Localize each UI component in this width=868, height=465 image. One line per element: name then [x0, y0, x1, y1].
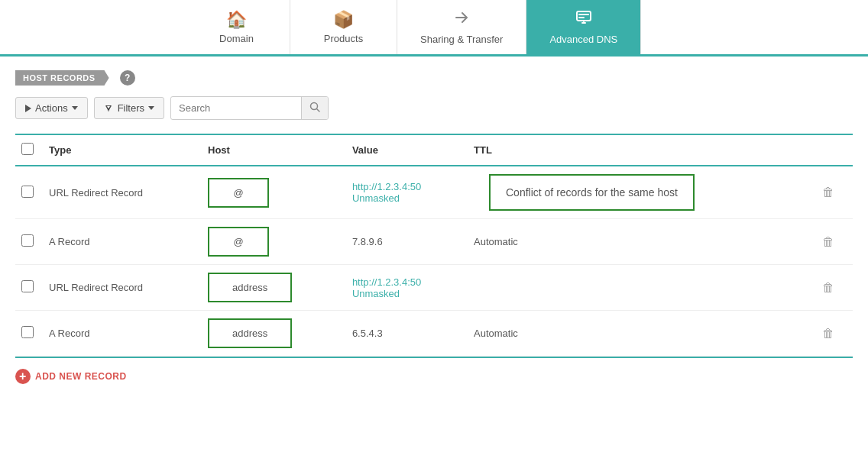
row3-value-cell: http://1.2.3.4:50 Unmasked — [346, 265, 468, 311]
row2-checkbox-cell — [15, 219, 43, 265]
tab-domain[interactable]: 🏠 Domain — [183, 0, 290, 54]
svg-rect-3 — [581, 22, 586, 24]
row1-delete-cell: 🗑 — [816, 166, 853, 219]
section-header: HOST RECORDS ? — [15, 70, 853, 86]
row3-checkbox-cell — [15, 265, 43, 311]
svg-rect-0 — [577, 11, 591, 21]
col-value-header: Value — [346, 134, 468, 166]
col-ttl-header: TTL — [468, 134, 816, 166]
toolbar: Actions ⛛ Filters — [15, 96, 853, 120]
col-type-header: Type — [43, 134, 202, 166]
filters-chevron-icon — [148, 106, 154, 110]
table-row: URL Redirect Record address http://1.2.3… — [15, 265, 853, 311]
dns-records-table: Type Host Value TTL URL Redirect Record … — [15, 134, 853, 357]
row2-ttl: Automatic — [468, 219, 816, 265]
svg-rect-4 — [583, 21, 585, 22]
plus-circle-icon: + — [15, 369, 31, 384]
domain-icon: 🏠 — [226, 10, 247, 30]
search-button[interactable] — [301, 97, 328, 119]
table-header-row: Type Host Value TTL — [15, 134, 853, 166]
add-record-row: + ADD NEW RECORD — [15, 357, 853, 395]
products-icon: 📦 — [333, 10, 354, 30]
sharing-icon — [453, 9, 470, 31]
table-row: A Record @ 7.8.9.6 Automatic 🗑 — [15, 219, 853, 265]
advanced-dns-icon — [575, 9, 592, 31]
row4-host-cell: address — [202, 311, 346, 357]
actions-play-icon — [25, 105, 31, 112]
col-checkbox — [15, 134, 43, 166]
row1-host-box: @ — [208, 178, 269, 208]
row3-checkbox[interactable] — [21, 280, 34, 292]
row1-host-cell: @ — [202, 166, 346, 219]
actions-chevron-icon — [72, 106, 78, 110]
row4-delete-icon[interactable]: 🗑 — [822, 327, 834, 340]
tab-sharing-label: Sharing & Transfer — [420, 34, 503, 45]
nav-spacer — [0, 0, 183, 54]
row3-value-unmasked: Unmasked — [352, 288, 400, 299]
search-input[interactable] — [171, 98, 301, 118]
row3-host-cell: address — [202, 265, 346, 311]
row2-value: 7.8.9.6 — [352, 236, 383, 247]
row4-host-box: address — [208, 318, 292, 348]
row1-delete-icon[interactable]: 🗑 — [822, 186, 834, 199]
row2-type: A Record — [43, 219, 202, 265]
select-all-checkbox[interactable] — [21, 143, 34, 155]
row4-delete-cell: 🗑 — [816, 311, 853, 357]
row2-delete-icon[interactable]: 🗑 — [822, 235, 834, 248]
svg-line-6 — [317, 109, 320, 112]
row3-delete-icon[interactable]: 🗑 — [822, 281, 834, 294]
row4-ttl: Automatic — [468, 311, 816, 357]
add-record-label: ADD NEW RECORD — [35, 371, 127, 382]
row1-value-link[interactable]: http://1.2.3.4:50 — [352, 181, 421, 192]
search-box — [170, 96, 329, 120]
row2-checkbox[interactable] — [21, 234, 34, 247]
host-records-badge: HOST RECORDS — [15, 70, 109, 86]
main-content: HOST RECORDS ? Actions ⛛ Filters — [0, 57, 868, 408]
row1-checkbox-cell — [15, 166, 43, 219]
row4-checkbox-cell — [15, 311, 43, 357]
row3-value-link[interactable]: http://1.2.3.4:50 — [352, 276, 421, 288]
add-new-record-button[interactable]: + ADD NEW RECORD — [15, 369, 127, 384]
help-icon[interactable]: ? — [120, 70, 135, 86]
row2-host-cell: @ — [202, 219, 346, 265]
row3-host-box: address — [208, 273, 292, 302]
row2-host-box: @ — [208, 227, 269, 257]
row2-value-cell: 7.8.9.6 — [346, 219, 468, 265]
svg-rect-2 — [578, 17, 585, 18]
col-host-header: Host — [202, 134, 346, 166]
search-icon — [309, 102, 320, 112]
row4-value: 6.5.4.3 — [352, 328, 383, 339]
filters-button[interactable]: ⛛ Filters — [94, 97, 164, 119]
filters-label: Filters — [118, 102, 144, 114]
row4-value-cell: 6.5.4.3 — [346, 311, 468, 357]
table-row: A Record address 6.5.4.3 Automatic 🗑 — [15, 311, 853, 357]
row1-checkbox[interactable] — [21, 186, 34, 198]
row2-delete-cell: 🗑 — [816, 219, 853, 265]
col-actions-header — [816, 134, 853, 166]
tab-advanced-dns-label: Advanced DNS — [549, 34, 617, 45]
conflict-tooltip: Conflict of records for the same host — [489, 174, 695, 211]
actions-label: Actions — [35, 102, 68, 114]
row3-ttl — [468, 265, 816, 311]
tab-domain-label: Domain — [219, 33, 254, 44]
row4-type: A Record — [43, 311, 202, 357]
tab-advanced-dns[interactable]: Advanced DNS — [526, 0, 641, 54]
top-navigation: 🏠 Domain 📦 Products Sharing & Transfer A… — [0, 0, 868, 57]
table-row: URL Redirect Record @ http://1.2.3.4:50 … — [15, 166, 853, 219]
actions-button[interactable]: Actions — [15, 97, 88, 119]
tab-products[interactable]: 📦 Products — [290, 0, 397, 54]
tab-sharing[interactable]: Sharing & Transfer — [397, 0, 526, 54]
row1-value-cell: http://1.2.3.4:50 Unmasked — [346, 166, 468, 219]
svg-rect-1 — [578, 14, 589, 15]
tab-products-label: Products — [324, 33, 363, 44]
row4-checkbox[interactable] — [21, 326, 34, 338]
filters-funnel-icon: ⛛ — [104, 102, 114, 114]
row1-ttl: Conflict of records for the same host — [468, 166, 816, 219]
row3-delete-cell: 🗑 — [816, 265, 853, 311]
row3-type: URL Redirect Record — [43, 265, 202, 311]
row1-value-unmasked: Unmasked — [352, 192, 400, 204]
row1-type: URL Redirect Record — [43, 166, 202, 219]
